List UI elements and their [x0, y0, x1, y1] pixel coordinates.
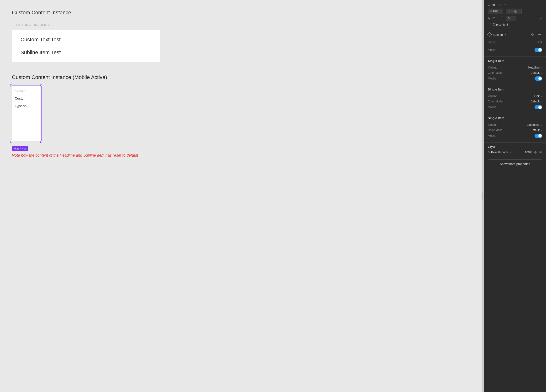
- show-more-properties-button[interactable]: Show more properties: [488, 159, 542, 168]
- panel-top: W 68 H 137 ⇄ Hug ✕ Hug ↳ 0° ⌒: [484, 0, 546, 29]
- mobile-item-2: Type so: [15, 104, 38, 108]
- hug-y-btn[interactable]: ✕ Hug: [506, 9, 522, 14]
- mobile-card: HEADLIN Custom Type so: [12, 86, 41, 141]
- h-label: H: [498, 4, 500, 7]
- height-field: H 137: [498, 3, 506, 7]
- corner-icon: ⌒: [501, 16, 504, 20]
- single-item-3: Single Item Variant Submenu ∨ Color Mode…: [484, 114, 546, 143]
- note-text: Note how the content of the Headline and…: [12, 153, 155, 158]
- hug-x-label: Hug: [493, 10, 498, 13]
- hug-x-btn[interactable]: ⇄ Hug: [488, 9, 503, 14]
- si3-variant-value[interactable]: Submenu ∨: [527, 123, 542, 126]
- section-mobile-row: Mobile: [488, 48, 542, 52]
- mobile-card-wrapper[interactable]: HEADLIN Custom Type so: [12, 86, 41, 141]
- layer-row: Pass through ∨ 100% ⊙ 👁: [488, 150, 542, 154]
- width-field: W 68: [488, 3, 495, 7]
- layer-pass-chevron[interactable]: ∨: [509, 151, 511, 154]
- layer-pass-through[interactable]: Pass through: [491, 151, 508, 154]
- si3-color-value[interactable]: Default ∨: [531, 128, 542, 132]
- si3-mobile-toggle[interactable]: [534, 134, 542, 138]
- items-row: Items 3 ∨: [484, 39, 546, 45]
- hug-x-icon: ⇄: [490, 10, 492, 13]
- hug-y-icon: ✕: [508, 10, 510, 13]
- si1-color-chevron: ∨: [540, 72, 542, 74]
- section-mobile-thumb: [538, 48, 542, 52]
- si3-color-label: Color Mode: [488, 128, 503, 132]
- single-item-2-props: Variant Link ∨ Color Mode Default ∨ Mobi…: [484, 92, 546, 114]
- section-header-actions: ✛ •••: [530, 32, 542, 37]
- si1-mobile-toggle[interactable]: [534, 76, 542, 81]
- items-chevron: ∨: [540, 41, 542, 44]
- hug-y-chevron: [518, 10, 520, 13]
- layer-opacity: 100%: [525, 151, 532, 154]
- si1-mobile-thumb: [538, 77, 542, 80]
- si2-variant-value[interactable]: Link ∨: [534, 95, 542, 98]
- resize-icon: ⤢: [539, 16, 542, 20]
- section-2: Custom Content Instance (Mobile Active) …: [12, 74, 470, 158]
- section-header-row: Section ∨ ✛ •••: [484, 29, 546, 39]
- clip-row: Clip content: [488, 23, 542, 26]
- handle-bl: [10, 141, 12, 143]
- section-mobile-toggle[interactable]: [534, 48, 542, 52]
- section-name-chevron[interactable]: ∨: [504, 33, 506, 36]
- hug-row: ⇄ Hug ✕ Hug: [488, 9, 542, 14]
- si3-variant-chevron: ∨: [540, 124, 542, 126]
- layer-label: Layer: [488, 145, 542, 149]
- layer-section: Layer Pass through ∨ 100% ⊙ 👁: [484, 143, 546, 157]
- si1-mobile-row: Mobile: [488, 76, 542, 81]
- si1-variant-chevron: ∨: [540, 66, 542, 69]
- angle-icon: ↳: [488, 16, 491, 20]
- resize-handle[interactable]: [481, 0, 484, 392]
- si3-mobile-label: Mobile: [488, 134, 496, 137]
- corner-input[interactable]: [506, 16, 516, 21]
- section1-title: Custom Content Instance: [12, 10, 470, 16]
- section-1: Custom Content Instance THIS IS A HEADLI…: [12, 10, 470, 62]
- single-item-1: Single Item Variant Headline ∨ Color Mod…: [484, 57, 546, 85]
- si3-variant-label: Variant: [488, 123, 497, 126]
- section-mobile-label: Mobile: [488, 48, 496, 52]
- si1-colormode-row: Color Mode Default ∨: [488, 71, 542, 74]
- si2-variant-chevron: ∨: [540, 95, 542, 98]
- si1-mobile-label: Mobile: [488, 77, 496, 80]
- si2-color-label: Color Mode: [488, 100, 503, 103]
- layer-left: Pass through ∨: [488, 151, 511, 154]
- eye-icon[interactable]: 👁: [539, 150, 542, 154]
- si1-variant-row: Variant Headline ∨: [488, 66, 542, 69]
- card-item-1: Custom Text Test: [20, 37, 151, 43]
- section-cross-icon[interactable]: ✛: [530, 32, 535, 37]
- clip-checkbox[interactable]: [488, 23, 491, 26]
- si1-variant-value[interactable]: Headline ∨: [528, 66, 542, 69]
- single-item-1-header: Single Item: [484, 57, 546, 64]
- layer-dot-icon: [488, 151, 490, 153]
- content-card: Custom Text Test Subline Item Test: [12, 30, 160, 62]
- card-item-2: Subline Item Test: [20, 49, 151, 56]
- layer-settings-icon[interactable]: ⊙: [534, 150, 537, 154]
- canvas: Custom Content Instance THIS IS A HEADLI…: [0, 0, 481, 392]
- si2-mobile-row: Mobile: [488, 105, 542, 109]
- section-header-left: Section ∨: [488, 33, 506, 37]
- si2-color-value[interactable]: Default ∨: [531, 100, 542, 103]
- section-name: Section: [493, 33, 503, 37]
- section-more-icon[interactable]: •••: [537, 32, 542, 37]
- right-panel: W 68 H 137 ⇄ Hug ✕ Hug ↳ 0° ⌒: [484, 0, 546, 392]
- items-label: Items: [488, 41, 495, 44]
- wh-row: W 68 H 137: [488, 3, 542, 7]
- layer-right: 100% ⊙ 👁: [525, 150, 542, 154]
- items-count[interactable]: 3 ∨: [537, 41, 542, 44]
- si2-mobile-thumb: [538, 105, 542, 109]
- si2-variant-row: Variant Link ∨: [488, 95, 542, 98]
- single-item-1-props: Variant Headline ∨ Color Mode Default ∨ …: [484, 64, 546, 85]
- mobile-item-1: Custom: [15, 97, 38, 100]
- items-value: 3: [537, 41, 539, 44]
- section2-title: Custom Content Instance (Mobile Active): [12, 74, 470, 80]
- angle-row: ↳ 0° ⌒ ⤢: [488, 16, 542, 21]
- si1-color-value[interactable]: Default ∨: [531, 71, 542, 74]
- single-item-3-props: Variant Submenu ∨ Color Mode Default ∨ M…: [484, 121, 546, 143]
- single-item-2: Single Item Variant Link ∨ Color Mode De…: [484, 85, 546, 114]
- si3-mobile-row: Mobile: [488, 134, 542, 138]
- clip-label: Clip content: [493, 23, 508, 26]
- si2-mobile-toggle[interactable]: [534, 105, 542, 109]
- si1-color-label: Color Mode: [488, 71, 503, 74]
- si2-colormode-row: Color Mode Default ∨: [488, 100, 542, 103]
- mobile-headline: HEADLIN: [15, 90, 38, 92]
